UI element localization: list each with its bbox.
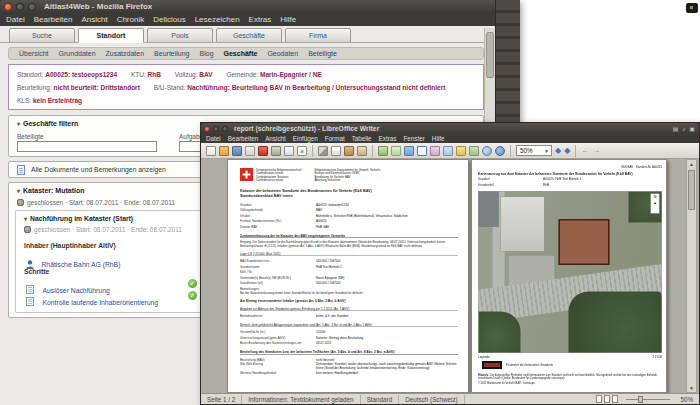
- menu-ansicht[interactable]: Ansicht: [81, 15, 107, 24]
- new-document-icon[interactable]: [206, 146, 216, 156]
- writer-titlebar[interactable]: report (schreibgeschützt) - LibreOffice …: [201, 123, 699, 134]
- redo-icon[interactable]: [391, 146, 401, 156]
- minimize-button[interactable]: [16, 3, 24, 11]
- standort-perimeter: [559, 219, 610, 265]
- section-einverstanden-title: Am Eintrag einverstandener Inhaber (gemä…: [240, 299, 458, 303]
- zoom-icon[interactable]: [482, 146, 492, 156]
- close-button[interactable]: [204, 126, 210, 132]
- info-value: BAV: [199, 71, 212, 78]
- navigator-icon[interactable]: [456, 146, 466, 156]
- scrollbar-thumb[interactable]: [688, 170, 695, 210]
- single-page-view-icon[interactable]: [596, 395, 602, 403]
- page-preview-icon[interactable]: [284, 146, 294, 156]
- copy-icon[interactable]: [331, 146, 341, 156]
- export-pdf-icon[interactable]: [258, 146, 268, 156]
- tab-divider: [0, 42, 495, 43]
- indicator-keyboard-icon[interactable]: ▤: [673, 124, 679, 134]
- next-page-icon[interactable]: ◆: [564, 146, 570, 156]
- scroll-up-icon[interactable]: ▲: [689, 161, 695, 167]
- menu-bearbeiten[interactable]: Bearbeiten: [228, 135, 258, 142]
- back-icon[interactable]: ←: [581, 146, 589, 156]
- document-page-2: KbS BAV · Standort-Nr. A00025 Kartenausz…: [471, 159, 667, 393]
- indicator-session-icon[interactable]: ▣: [689, 124, 695, 134]
- subnav-geodaten[interactable]: Geodaten: [267, 50, 298, 57]
- previous-page-icon[interactable]: ◆: [555, 146, 561, 156]
- table-icon[interactable]: [417, 146, 427, 156]
- subnav-beurteilung[interactable]: Beurteilung: [154, 50, 189, 57]
- firefox-titlebar[interactable]: Altlast4Web - Mozilla Firefox: [0, 0, 520, 13]
- zoom-slider-thumb[interactable]: [638, 396, 643, 403]
- undo-icon[interactable]: [378, 146, 388, 156]
- show-draw-functions-icon[interactable]: [430, 146, 440, 156]
- menu-extras[interactable]: Extras: [379, 135, 397, 142]
- format-paintbrush-icon[interactable]: [357, 146, 367, 156]
- spellcheck-icon[interactable]: a: [297, 146, 307, 156]
- maximize-button[interactable]: [28, 3, 36, 11]
- book-view-icon[interactable]: [612, 395, 618, 403]
- hyperlink-icon[interactable]: [404, 146, 414, 156]
- find-replace-icon[interactable]: [443, 146, 453, 156]
- menu-extras[interactable]: Extras: [249, 15, 272, 24]
- email-icon[interactable]: [245, 146, 255, 156]
- document-header: Schweizerische Eidgenossenschaft Confédé…: [240, 168, 458, 182]
- menu-hilfe[interactable]: Hilfe: [280, 15, 296, 24]
- menu-einfuegen[interactable]: Einfügen: [293, 135, 318, 142]
- schritt-kontrolle-link[interactable]: Kontrolle laufende Inhaberorientierung: [42, 299, 158, 306]
- indicator-sound-icon[interactable]: ♪: [682, 124, 685, 134]
- menu-bearbeiten[interactable]: Bearbeiten: [34, 15, 73, 24]
- tab-suche[interactable]: Suche: [9, 28, 75, 43]
- document-view: Schweizerische Eidgenossenschaft Confédé…: [201, 159, 699, 393]
- print-icon[interactable]: [271, 146, 281, 156]
- menu-hilfe[interactable]: Hilfe: [432, 135, 445, 142]
- menu-lesezeichen[interactable]: Lesezeichen: [195, 15, 240, 24]
- menu-tabelle[interactable]: Tabelle: [352, 135, 372, 142]
- subnav-zusatzdaten[interactable]: Zusatzdaten: [106, 50, 145, 57]
- minimize-button[interactable]: [213, 126, 219, 132]
- desktop: Altlast4Web - Mozilla Firefox Datei Bear…: [0, 0, 700, 405]
- inhaber-link[interactable]: Rhätische Bahn AG (RhB): [41, 261, 120, 268]
- gallery-icon[interactable]: [469, 146, 479, 156]
- scrollbar-thumb[interactable]: [486, 32, 494, 78]
- page2-corner-reference: KbS BAV · Standort-Nr. A00025: [478, 165, 662, 168]
- indicator-area: ▤ ♪ ▣: [673, 124, 695, 134]
- menu-datei[interactable]: Datei: [6, 15, 25, 24]
- section-bereich-title: Bereich, dem gefährliche Ablagerungen zu…: [240, 323, 458, 327]
- zoom-combobox[interactable]: 50% ▼: [516, 145, 552, 156]
- map-scale: 1:2'000: [652, 355, 662, 358]
- menu-delicious[interactable]: Delicious: [153, 15, 185, 24]
- kataster-panel-header[interactable]: Kataster: Mutation: [17, 187, 84, 194]
- subnav-uebersicht[interactable]: Übersicht: [19, 50, 49, 57]
- subnav-bar: Übersicht Grunddaten Zusatzdaten Beurtei…: [8, 47, 484, 60]
- scroll-down-icon[interactable]: ▼: [689, 385, 695, 391]
- tab-standort[interactable]: Standort: [78, 28, 144, 43]
- menu-chronik[interactable]: Chronik: [117, 15, 145, 24]
- nachfuehrung-header[interactable]: Nachführung im Kataster (Start): [24, 215, 133, 222]
- save-icon[interactable]: [232, 146, 242, 156]
- forward-icon[interactable]: →: [592, 146, 600, 156]
- menu-format[interactable]: Format: [325, 135, 345, 142]
- tab-firma[interactable]: Firma: [285, 28, 351, 43]
- maximize-button[interactable]: [222, 126, 228, 132]
- zoom-slider[interactable]: [626, 395, 670, 404]
- subnav-grunddaten[interactable]: Grunddaten: [59, 50, 96, 57]
- open-icon[interactable]: [219, 146, 229, 156]
- help-icon[interactable]: [495, 146, 505, 156]
- menu-ansicht[interactable]: Ansicht: [265, 135, 286, 142]
- tab-pools[interactable]: Pools: [147, 28, 213, 43]
- writer-scrollbar[interactable]: ▲ ▼: [686, 159, 697, 393]
- subnav-beteiligte[interactable]: Beteiligte: [308, 50, 337, 57]
- paste-icon[interactable]: [344, 146, 354, 156]
- filter-panel-header[interactable]: Geschäfte filtern: [17, 120, 78, 127]
- menu-datei[interactable]: Datei: [206, 135, 221, 142]
- beteiligte-input[interactable]: [17, 141, 157, 152]
- multi-page-view-icon[interactable]: [604, 395, 610, 403]
- system-tray-icon[interactable]: [686, 3, 698, 13]
- tab-geschaefte[interactable]: Geschäfte: [216, 28, 282, 43]
- toolbar-separator: [372, 145, 373, 157]
- close-button[interactable]: [4, 3, 12, 11]
- menu-fenster[interactable]: Fenster: [403, 135, 424, 142]
- subnav-blog[interactable]: Blog: [200, 50, 214, 57]
- subnav-geschaefte[interactable]: Geschäfte: [224, 50, 258, 57]
- cut-icon[interactable]: [318, 146, 328, 156]
- show-all-documents-link[interactable]: Alle Dokumente und Bemerkungen anzeigen: [31, 166, 166, 173]
